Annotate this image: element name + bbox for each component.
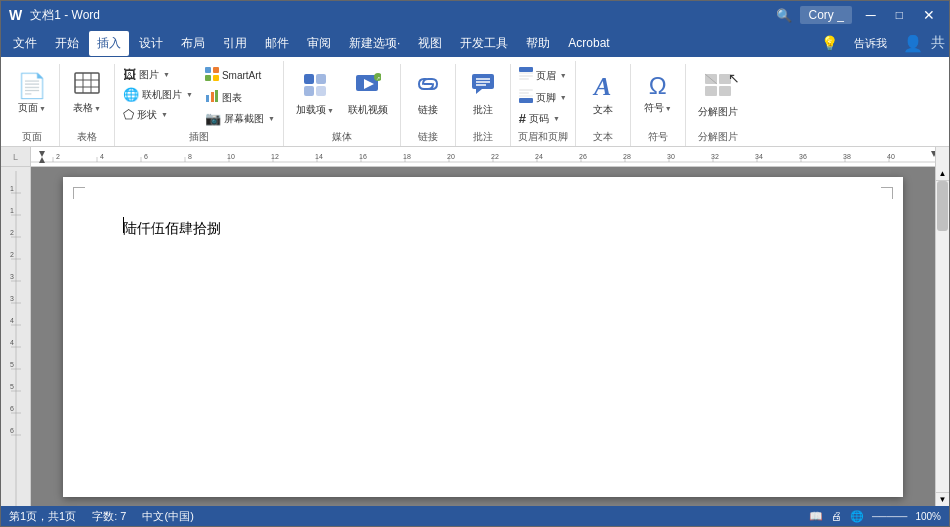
svg-text:6: 6 <box>10 427 14 434</box>
menu-item-references[interactable]: 引用 <box>215 31 255 56</box>
app-window: W 文档1 - Word 🔍 Cory _ ─ □ ✕ 文件 开始 插入 设计 … <box>0 0 950 527</box>
split-picture-button[interactable]: 分解图片 ↖ <box>692 68 744 122</box>
menu-item-view[interactable]: 视图 <box>410 31 450 56</box>
menu-item-new-options[interactable]: 新建选项· <box>341 31 408 56</box>
menu-item-mail[interactable]: 邮件 <box>257 31 297 56</box>
page-status: 第1页，共1页 <box>9 509 76 524</box>
ribbon-group-illustration: 🖼 图片 ▼ 🌐 联机图片 ▼ ⬠ 形状 ▼ <box>115 61 284 146</box>
title-bar: W 文档1 - Word 🔍 Cory _ ─ □ ✕ <box>1 1 949 29</box>
group-label-split-picture: 分解图片 <box>692 128 744 146</box>
online-picture-button[interactable]: 🌐 联机图片 ▼ <box>119 85 197 104</box>
svg-rect-33 <box>519 98 533 103</box>
svg-text:18: 18 <box>403 153 411 160</box>
user-label[interactable]: Cory _ <box>800 6 851 24</box>
group-label-symbol: 符号 <box>637 128 679 146</box>
comment-label: 批注 <box>473 104 493 116</box>
svg-marker-39 <box>39 151 45 157</box>
menu-item-help[interactable]: 帮助 <box>518 31 558 56</box>
symbol-icon: Ω <box>649 72 667 100</box>
document-scroll-area[interactable]: 陆仟伍佰肆拾捌 <box>31 167 935 506</box>
text-cursor <box>123 217 124 233</box>
search-icon[interactable]: 🔍 <box>776 8 792 23</box>
menu-item-start[interactable]: 开始 <box>47 31 87 56</box>
chart-button[interactable]: 图表 <box>201 87 279 108</box>
page-number-button[interactable]: # 页码 ▼ <box>515 109 571 128</box>
smartart-button[interactable]: SmartArt <box>201 65 279 86</box>
footer-label: 页脚 <box>536 91 556 105</box>
svg-text:3: 3 <box>10 273 14 280</box>
menu-item-acrobat[interactable]: Acrobat <box>560 32 617 54</box>
menu-item-review[interactable]: 审阅 <box>299 31 339 56</box>
comment-button[interactable]: 批注 <box>462 68 504 120</box>
shape-button[interactable]: ⬠ 形状 ▼ <box>119 105 197 124</box>
maximize-button[interactable]: □ <box>890 8 909 22</box>
screenshot-label: 屏幕截图 <box>224 112 264 126</box>
link-button[interactable]: 链接 <box>407 68 449 120</box>
svg-text:6: 6 <box>10 405 14 412</box>
svg-text:30: 30 <box>667 153 675 160</box>
lightbulb-icon: 💡 <box>821 35 838 51</box>
scrollbar-thumb[interactable] <box>937 181 948 231</box>
zoom-slider[interactable]: ───── <box>872 511 907 522</box>
footer-button[interactable]: 页脚 ▼ <box>515 87 571 108</box>
document-content[interactable]: 陆仟伍佰肆拾捌 <box>123 217 843 239</box>
table-button[interactable]: 表格 ▼ <box>66 68 108 118</box>
share-icon[interactable]: 共 <box>931 34 945 52</box>
svg-text:1: 1 <box>10 207 14 214</box>
menu-item-file[interactable]: 文件 <box>5 31 45 56</box>
ribbon-group-symbol: Ω 符号 ▼ 符号 <box>631 64 686 146</box>
svg-rect-8 <box>213 75 219 81</box>
svg-rect-26 <box>519 67 533 72</box>
header-footer-btns: 页眉 ▼ 页脚 ▼ # 页码 ▼ <box>515 65 571 128</box>
document-page: 陆仟伍佰肆拾捌 <box>63 177 903 497</box>
menu-item-insert[interactable]: 插入 <box>89 31 129 56</box>
text-button[interactable]: A 文本 <box>582 68 624 120</box>
header-button[interactable]: 页眉 ▼ <box>515 65 571 86</box>
online-video-button[interactable]: ↗ 联机视频 <box>342 68 394 120</box>
svg-text:4: 4 <box>10 317 14 324</box>
picture-button[interactable]: 🖼 图片 ▼ <box>119 65 197 84</box>
shape-label: 形状 <box>137 108 157 122</box>
ruler-scrollbar-space <box>935 147 949 167</box>
ribbon-group-table: 表格 ▼ 表格 <box>60 64 115 146</box>
screenshot-icon: 📷 <box>205 111 221 126</box>
svg-marker-40 <box>39 157 45 163</box>
close-button[interactable]: ✕ <box>917 7 941 23</box>
scrollbar-up-button[interactable]: ▲ <box>936 167 949 181</box>
tell-me-button[interactable]: 告诉我 <box>846 32 895 55</box>
scrollbar-vertical[interactable]: ▲ ▼ <box>935 167 949 506</box>
screenshot-button[interactable]: 📷 屏幕截图 ▼ <box>201 109 279 128</box>
split-picture-label: 分解图片 <box>698 106 738 118</box>
account-icon[interactable]: 👤 <box>903 34 923 53</box>
smartart-icon <box>205 67 219 84</box>
svg-rect-0 <box>75 73 99 93</box>
addins-button[interactable]: 加载项 ▼ <box>290 68 340 120</box>
main-area: 1 1 2 2 3 3 4 4 5 5 6 <box>1 167 949 506</box>
svg-text:6: 6 <box>144 153 148 160</box>
table-icon <box>74 72 100 100</box>
online-video-label: 联机视频 <box>348 104 388 116</box>
menu-item-design[interactable]: 设计 <box>131 31 171 56</box>
svg-rect-30 <box>519 89 533 91</box>
view-read-button[interactable]: 📖 <box>809 510 823 523</box>
svg-text:4: 4 <box>100 153 104 160</box>
svg-text:12: 12 <box>271 153 279 160</box>
svg-text:5: 5 <box>10 361 14 368</box>
symbol-button[interactable]: Ω 符号 ▼ <box>637 68 679 118</box>
view-print-button[interactable]: 🖨 <box>831 510 842 522</box>
minimize-button[interactable]: ─ <box>860 7 882 23</box>
footer-icon <box>519 89 533 106</box>
svg-rect-14 <box>304 86 314 96</box>
group-label-text: 文本 <box>582 128 624 146</box>
menu-item-layout[interactable]: 布局 <box>173 31 213 56</box>
shape-icon: ⬠ <box>123 107 134 122</box>
page-button[interactable]: 📄 页面 ▼ <box>11 68 53 118</box>
svg-rect-28 <box>519 75 533 77</box>
scrollbar-track[interactable] <box>936 181 949 492</box>
group-label-page: 页面 <box>11 128 53 146</box>
menu-item-developer[interactable]: 开发工具 <box>452 31 516 56</box>
scrollbar-down-button[interactable]: ▼ <box>936 492 949 506</box>
svg-marker-81 <box>931 151 935 157</box>
svg-rect-10 <box>211 92 214 102</box>
view-web-button[interactable]: 🌐 <box>850 510 864 523</box>
